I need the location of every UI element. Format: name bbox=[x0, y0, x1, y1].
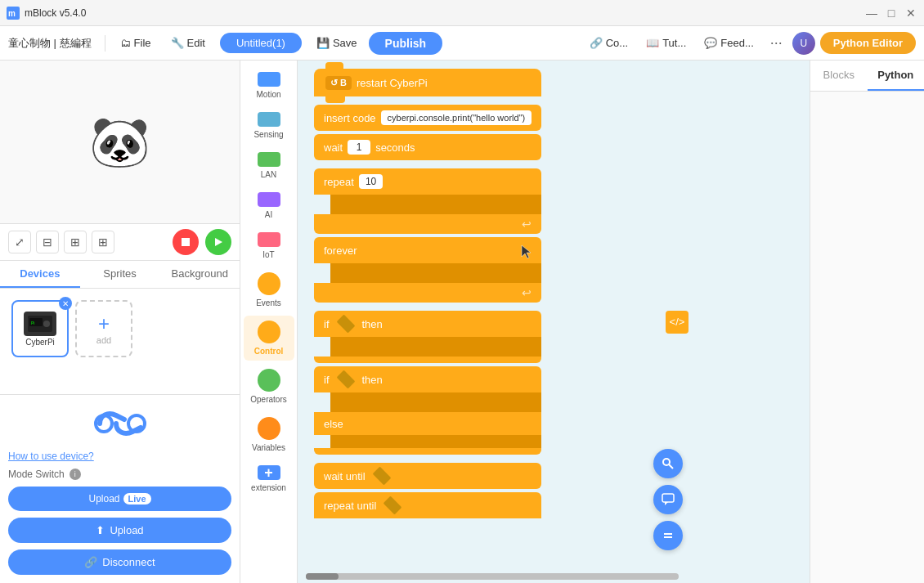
shrink-button[interactable]: ⊟ bbox=[36, 231, 59, 253]
chat-fab[interactable] bbox=[653, 485, 683, 514]
more-menu[interactable]: ··· bbox=[765, 31, 787, 55]
edit-icon: 🔧 bbox=[171, 37, 184, 49]
upload-chain-icon bbox=[87, 403, 153, 444]
repeat-until-block-wrapper: repeat until bbox=[314, 492, 541, 518]
grid-button[interactable]: ⊞ bbox=[92, 231, 114, 253]
close-button[interactable]: ✕ bbox=[904, 7, 917, 20]
search-fab[interactable] bbox=[653, 449, 683, 478]
repeat-until-block-header[interactable]: repeat until bbox=[314, 492, 541, 518]
repeat-until-diamond bbox=[384, 496, 402, 515]
insert-code-block[interactable]: insert code cyberpi.console.print("hello… bbox=[314, 105, 541, 131]
code-canvas[interactable]: ↺ B restart CyberPi insert code cyberpi.… bbox=[298, 61, 810, 583]
upload-button[interactable]: Upload Live bbox=[8, 487, 231, 511]
scrollbar-thumb[interactable] bbox=[306, 573, 339, 580]
title-bar-controls[interactable]: — □ ✕ bbox=[865, 7, 917, 20]
category-sensing[interactable]: Sensing bbox=[244, 107, 294, 144]
if-else-then-label: then bbox=[362, 374, 383, 386]
else-label: else bbox=[324, 418, 343, 430]
wait-value[interactable]: 1 bbox=[348, 140, 370, 155]
disconnect-label: Disconnect bbox=[102, 556, 155, 568]
insert-code-block-wrapper: insert code cyberpi.console.print("hello… bbox=[314, 105, 541, 131]
cyberpi-device[interactable]: ✕ Pi CyberPi bbox=[11, 300, 69, 357]
repeat-value[interactable]: 10 bbox=[359, 174, 383, 189]
events-icon bbox=[258, 272, 280, 295]
repeat-label: repeat bbox=[324, 176, 354, 188]
extension-icon: + bbox=[258, 465, 280, 480]
tutorials-icon: 📖 bbox=[646, 37, 659, 49]
publish-button[interactable]: Publish bbox=[369, 32, 443, 55]
then-label: then bbox=[362, 318, 383, 330]
equals-fab[interactable] bbox=[653, 521, 683, 550]
category-lan[interactable]: LAN bbox=[244, 147, 294, 184]
maximize-button[interactable]: □ bbox=[885, 7, 898, 20]
sensing-icon bbox=[258, 112, 280, 127]
if-footer bbox=[314, 357, 541, 363]
tab-python[interactable]: Python bbox=[868, 61, 925, 91]
upload-icon: ⬆ bbox=[96, 524, 105, 536]
fullscreen-button[interactable]: ⤢ bbox=[8, 231, 31, 253]
else-bar: else bbox=[314, 412, 541, 435]
project-name[interactable]: Untitled(1) bbox=[220, 33, 302, 53]
entity-tabs: Devices Sprites Background bbox=[0, 261, 240, 289]
disconnect-button[interactable]: 🔗 Disconnect bbox=[8, 549, 231, 575]
category-motion[interactable]: Motion bbox=[244, 67, 294, 104]
live-tag: Live bbox=[123, 493, 151, 505]
feedback-menu[interactable]: 💬 Feed... bbox=[697, 34, 760, 52]
category-variables[interactable]: Variables bbox=[244, 412, 294, 457]
code-expander-button[interactable]: </> bbox=[666, 311, 689, 334]
if-else-block-header[interactable]: if then bbox=[314, 366, 541, 392]
connect-menu[interactable]: 🔗 Co... bbox=[583, 34, 635, 52]
repeat-block-header[interactable]: repeat 10 bbox=[314, 168, 541, 195]
svg-marker-13 bbox=[665, 502, 668, 505]
horizontal-scrollbar[interactable] bbox=[306, 573, 679, 580]
mode-switch-info-icon[interactable]: i bbox=[70, 469, 81, 480]
svg-text:m: m bbox=[8, 9, 16, 18]
svg-text:Pi: Pi bbox=[31, 321, 34, 325]
repeat-until-label: repeat until bbox=[324, 500, 376, 512]
file-menu[interactable]: 🗂 File bbox=[112, 34, 159, 52]
forever-block-header[interactable]: forever bbox=[314, 237, 541, 263]
cursor-icon bbox=[517, 244, 533, 263]
svg-point-6 bbox=[43, 321, 50, 327]
cyberpi-icon: Pi bbox=[24, 312, 56, 336]
wait-until-block-wrapper: wait until bbox=[314, 463, 541, 489]
upload-full-button[interactable]: ⬆ Upload bbox=[8, 518, 231, 543]
right-panel-content bbox=[810, 92, 924, 583]
wait-block[interactable]: wait 1 seconds bbox=[314, 134, 541, 160]
operators-icon bbox=[258, 369, 280, 392]
device-close-button[interactable]: ✕ bbox=[59, 297, 72, 310]
wait-until-block[interactable]: wait until bbox=[314, 463, 541, 489]
forever-footer: ↩ bbox=[314, 283, 541, 303]
tab-sprites[interactable]: Sprites bbox=[80, 261, 160, 288]
category-iot[interactable]: IoT bbox=[244, 227, 294, 264]
wait-label-2: seconds bbox=[375, 141, 415, 154]
tab-devices[interactable]: Devices bbox=[0, 261, 80, 288]
repeat-block-wrapper: repeat 10 ↩ bbox=[314, 168, 541, 234]
tutorials-menu[interactable]: 📖 Tut... bbox=[639, 34, 693, 52]
category-extension[interactable]: + extension bbox=[244, 460, 294, 497]
tab-blocks[interactable]: Blocks bbox=[810, 61, 868, 91]
restart-block[interactable]: ↺ B restart CyberPi bbox=[314, 69, 541, 96]
code-area: ↺ B restart CyberPi insert code cyberpi.… bbox=[298, 61, 810, 583]
sensing-label: Sensing bbox=[253, 130, 283, 139]
expand-button[interactable]: ⊞ bbox=[64, 231, 87, 253]
blocks-sidebar: Motion Sensing LAN AI IoT Events Control bbox=[240, 61, 298, 583]
save-button[interactable]: 💾 Save bbox=[308, 34, 366, 52]
how-to-use-link[interactable]: How to use device? bbox=[8, 451, 231, 462]
category-operators[interactable]: Operators bbox=[244, 364, 294, 409]
avatar[interactable]: U bbox=[792, 32, 815, 55]
wait-label-1: wait bbox=[324, 141, 343, 154]
minimize-button[interactable]: — bbox=[865, 7, 878, 20]
add-device-button[interactable]: + add bbox=[75, 300, 132, 357]
python-editor-button[interactable]: Python Editor bbox=[820, 32, 916, 54]
code-input[interactable]: cyberpi.console.print("hello world") bbox=[381, 110, 532, 125]
right-panel: Blocks Python bbox=[810, 61, 924, 583]
stop-button[interactable] bbox=[173, 229, 199, 255]
category-control[interactable]: Control bbox=[244, 316, 294, 361]
run-button[interactable] bbox=[205, 229, 231, 255]
tab-background[interactable]: Background bbox=[159, 261, 240, 288]
category-ai[interactable]: AI bbox=[244, 187, 294, 224]
category-events[interactable]: Events bbox=[244, 267, 294, 312]
if-then-block-header[interactable]: if then bbox=[314, 311, 541, 337]
edit-menu[interactable]: 🔧 Edit bbox=[163, 34, 213, 52]
